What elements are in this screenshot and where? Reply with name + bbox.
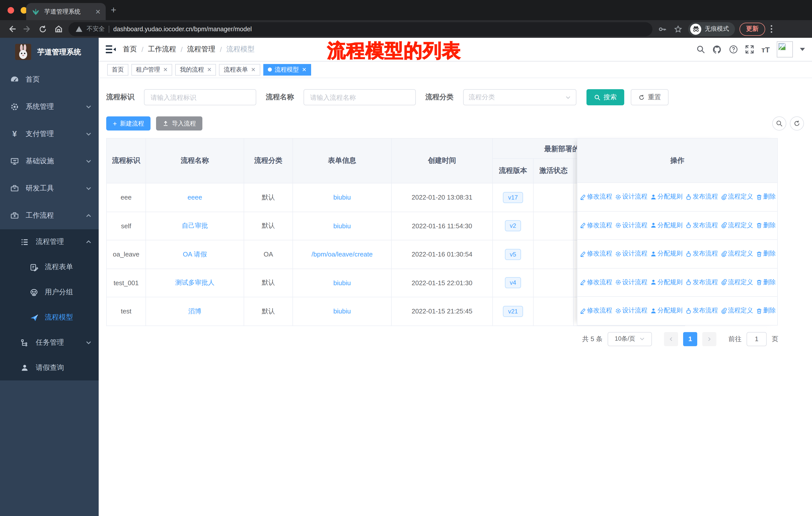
form-info-link[interactable]: biubiu <box>333 194 351 201</box>
sidebar-item-process-model[interactable]: 流程模型 <box>0 305 99 330</box>
process-name-input[interactable] <box>303 89 416 105</box>
github-icon[interactable] <box>713 45 722 54</box>
edit-process-link[interactable]: 修改流程 <box>580 193 612 201</box>
delete-process-link[interactable]: 删除 <box>756 193 776 201</box>
form-info-link[interactable]: /bpm/oa/leave/create <box>312 251 373 258</box>
publish-process-link[interactable]: 发布流程 <box>686 221 718 230</box>
tab-close-icon[interactable]: ✕ <box>95 8 101 16</box>
help-icon[interactable] <box>729 45 738 54</box>
form-info-link[interactable]: biubiu <box>333 222 351 230</box>
forward-icon[interactable] <box>22 23 33 34</box>
form-info-link[interactable]: biubiu <box>333 308 351 315</box>
sidebar-item-workflow[interactable]: 工作流程 <box>0 202 99 229</box>
browser-tab[interactable]: 芋道管理系统 ✕ <box>26 3 106 20</box>
reset-button[interactable]: 重置 <box>631 89 669 105</box>
sidebar-item-user-group[interactable]: 用户分组 <box>0 280 99 305</box>
process-name-link[interactable]: 自己审批 <box>182 222 208 229</box>
assign-rule-link[interactable]: 分配规则 <box>650 193 683 201</box>
breadcrumb-item[interactable]: 工作流程 <box>148 45 176 54</box>
sidebar-item-payment[interactable]: ¥ 支付管理 <box>0 120 99 147</box>
goto-label: 前往 <box>728 334 742 344</box>
address-bar[interactable]: 不安全 dashboard.yudao.iocoder.cn/bpm/manag… <box>68 22 652 36</box>
publish-process-link[interactable]: 发布流程 <box>686 250 718 258</box>
sidebar-item-infra[interactable]: 基础设施 <box>0 147 99 175</box>
bookmark-star-icon[interactable] <box>672 23 684 34</box>
close-icon[interactable]: ✕ <box>251 66 256 73</box>
delete-process-link[interactable]: 删除 <box>756 221 776 230</box>
hide-search-icon[interactable] <box>772 116 786 131</box>
process-definition-link[interactable]: 流程定义 <box>721 193 753 201</box>
publish-process-link[interactable]: 发布流程 <box>686 307 718 315</box>
design-process-link[interactable]: 设计流程 <box>615 221 647 230</box>
edit-process-link[interactable]: 修改流程 <box>580 307 612 315</box>
design-process-link[interactable]: 设计流程 <box>615 278 647 287</box>
assign-rule-link[interactable]: 分配规则 <box>650 221 683 230</box>
avatar-broken-image[interactable] <box>777 41 793 57</box>
refresh-icon[interactable] <box>790 116 804 131</box>
delete-process-link[interactable]: 删除 <box>756 250 776 258</box>
process-name-link[interactable]: 滔博 <box>188 307 201 315</box>
breadcrumb-item[interactable]: 首页 <box>123 45 137 54</box>
process-definition-link[interactable]: 流程定义 <box>721 307 753 315</box>
close-window-button[interactable] <box>7 7 14 13</box>
edit-process-link[interactable]: 修改流程 <box>580 250 612 258</box>
category-select[interactable]: 流程分类 <box>463 89 576 105</box>
process-name-link[interactable]: OA 请假 <box>183 250 207 258</box>
sidebar-item-process-form[interactable]: 流程表单 <box>0 254 99 280</box>
tag-home[interactable]: 首页 <box>107 64 128 75</box>
key-icon[interactable] <box>657 23 668 34</box>
process-definition-link[interactable]: 流程定义 <box>721 278 753 287</box>
process-key-input[interactable] <box>144 89 256 105</box>
search-button[interactable]: 搜索 <box>586 89 624 105</box>
assign-rule-link[interactable]: 分配规则 <box>650 250 683 258</box>
back-icon[interactable] <box>6 23 17 34</box>
update-button[interactable]: 更新 <box>740 22 765 35</box>
reload-icon[interactable] <box>37 23 48 34</box>
delete-process-link[interactable]: 删除 <box>756 278 776 287</box>
tag-process-form[interactable]: 流程表单✕ <box>219 64 260 75</box>
design-process-link[interactable]: 设计流程 <box>615 307 647 315</box>
search-icon[interactable] <box>696 45 705 54</box>
tag-tenant[interactable]: 租户管理✕ <box>132 64 172 75</box>
assign-rule-link[interactable]: 分配规则 <box>650 278 683 287</box>
process-definition-link[interactable]: 流程定义 <box>721 221 753 230</box>
edit-process-link[interactable]: 修改流程 <box>580 278 612 287</box>
tag-process-model[interactable]: 流程模型✕ <box>263 64 311 75</box>
home-icon[interactable] <box>53 23 64 34</box>
prev-page-button[interactable] <box>664 332 678 346</box>
sidebar-item-system[interactable]: 系统管理 <box>0 93 99 120</box>
sidebar-item-devtools[interactable]: 研发工具 <box>0 175 99 202</box>
publish-process-link[interactable]: 发布流程 <box>686 278 718 287</box>
edit-process-link[interactable]: 修改流程 <box>580 221 612 230</box>
sidebar-item-leave-query[interactable]: 请假查询 <box>0 355 99 380</box>
new-tab-button[interactable]: + <box>111 5 116 15</box>
assign-rule-link[interactable]: 分配规则 <box>650 307 683 315</box>
fullscreen-icon[interactable] <box>745 45 754 54</box>
sidebar-item-process-mgmt[interactable]: 流程管理 <box>0 229 99 254</box>
caret-down-icon[interactable] <box>800 48 805 51</box>
goto-page-input[interactable] <box>747 332 767 346</box>
page-size-select[interactable]: 10条/页 <box>608 332 652 346</box>
current-page[interactable]: 1 <box>683 332 697 346</box>
tag-my-process[interactable]: 我的流程✕ <box>175 64 216 75</box>
collapse-sidebar-icon[interactable] <box>106 45 116 54</box>
process-name-link[interactable]: eeee <box>187 194 202 201</box>
next-page-button[interactable] <box>702 332 716 346</box>
close-icon[interactable]: ✕ <box>207 66 211 73</box>
sidebar-item-task-mgmt[interactable]: 任务管理 <box>0 330 99 355</box>
design-process-link[interactable]: 设计流程 <box>615 250 647 258</box>
new-process-button[interactable]: +新建流程 <box>106 116 150 131</box>
delete-process-link[interactable]: 删除 <box>756 307 776 315</box>
browser-menu-icon[interactable] <box>771 25 772 33</box>
form-info-link[interactable]: biubiu <box>333 279 351 287</box>
process-definition-link[interactable]: 流程定义 <box>721 250 753 258</box>
design-process-link[interactable]: 设计流程 <box>615 193 647 201</box>
import-process-button[interactable]: 导入流程 <box>156 116 202 131</box>
breadcrumb-item[interactable]: 流程管理 <box>187 45 215 54</box>
font-size-icon[interactable]: тT <box>761 45 770 54</box>
sidebar-item-home[interactable]: 首页 <box>0 66 99 93</box>
close-icon[interactable]: ✕ <box>302 66 306 73</box>
process-name-link[interactable]: 测试多审批人 <box>175 279 214 287</box>
publish-process-link[interactable]: 发布流程 <box>686 193 718 201</box>
close-icon[interactable]: ✕ <box>163 66 168 73</box>
